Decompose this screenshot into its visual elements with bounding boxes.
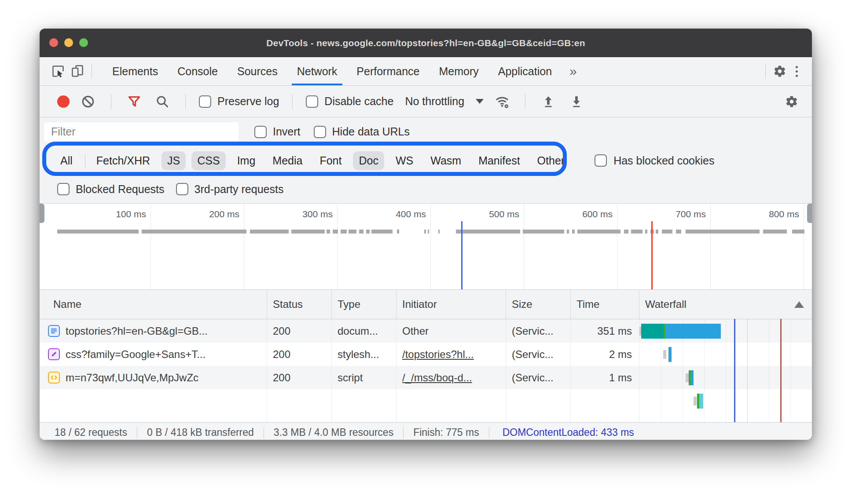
blocked-requests-checkbox[interactable] [57,183,70,195]
more-options-icon[interactable] [789,66,804,77]
column-header-time[interactable]: Time [571,290,639,319]
type-filter-ws[interactable]: WS [390,151,419,170]
has-blocked-cookies-checkbox[interactable] [595,154,607,167]
device-toolbar-icon[interactable] [68,62,87,81]
disable-cache-control: Disable cache [306,95,393,108]
column-header-label: Status [273,298,303,310]
tab-label: Network [297,65,338,78]
request-row[interactable]: css?family=Google+Sans+T...200stylesh...… [40,343,812,366]
third-party-requests-checkbox[interactable] [176,183,188,195]
status-item: 18 / 62 requests [55,427,127,438]
overview-activity-segment [142,230,246,234]
overview-activity-segment [656,230,658,234]
more-tabs-button[interactable]: » [562,64,585,79]
type-filter-font[interactable]: Font [314,151,347,170]
network-settings-gear-icon[interactable] [782,92,801,111]
inspect-element-icon[interactable] [48,62,68,81]
column-header-type[interactable]: Type [332,290,396,319]
network-overview-timeline[interactable]: 100 ms200 ms300 ms400 ms500 ms600 ms700 … [40,204,812,290]
throttling-dropdown[interactable]: No throttling [405,95,484,108]
column-header-size[interactable]: Size [506,290,571,319]
status-bar: 18 / 62 requests0 B / 418 kB transferred… [40,422,812,440]
tab-network[interactable]: Network [287,57,347,85]
tab-performance[interactable]: Performance [347,57,429,85]
request-row[interactable]: topstories?hl=en-GB&gl=GB...200docum...O… [40,319,812,343]
type-filter-css[interactable]: CSS [191,151,225,170]
cell-type-value: docum... [338,325,378,337]
cell-status: 200 [267,319,332,343]
overview-activity-segment [456,230,520,234]
cell-name: css?family=Google+Sans+T... [40,343,267,366]
blocked-requests-label: Blocked Requests [76,183,165,196]
cell-name: topstories?hl=en-GB&gl=GB... [40,319,267,343]
column-header-label: Initiator [402,298,437,310]
tab-sources[interactable]: Sources [228,57,287,85]
column-header-status[interactable]: Status [267,290,332,319]
column-header-label: Waterfall [645,298,686,310]
hide-data-urls-control: Hide data URLs [314,125,410,138]
divider [85,154,85,167]
cell-initiator-value[interactable]: /_/mss/boq-d... [402,372,472,384]
type-filter-fetch-xhr[interactable]: Fetch/XHR [91,151,156,170]
cell-status [267,389,332,413]
cell-status-value: 200 [273,325,290,337]
hide-data-urls-checkbox[interactable] [314,126,326,138]
cell-initiator-value: Other [402,325,429,337]
minimize-window-button[interactable] [64,38,73,47]
filter-input[interactable] [44,122,239,142]
cell-status: 200 [267,366,332,389]
timeline-scroll-handle-left[interactable] [40,204,44,223]
timeline-scroll-handle-right[interactable] [807,204,812,223]
column-header-initiator[interactable]: Initiator [396,290,506,319]
filter-funnel-icon[interactable] [125,92,144,111]
tab-console[interactable]: Console [168,57,228,85]
tab-label: Application [498,65,552,78]
type-filter-doc[interactable]: Doc [353,151,384,170]
active-tab-underline [292,84,343,85]
tab-memory[interactable]: Memory [429,57,488,85]
disable-cache-checkbox[interactable] [306,95,318,108]
request-row[interactable] [40,389,812,413]
table-header: NameStatusTypeInitiatorSizeTimeWaterfall [40,290,812,319]
close-window-button[interactable] [49,38,58,47]
import-har-icon[interactable] [539,92,558,111]
column-header-name[interactable]: Name [40,290,267,319]
export-har-icon[interactable] [567,92,586,111]
resource-type-filters: AllFetch/XHRJSCSSImgMediaFontDocWSWasmMa… [55,151,576,170]
cell-initiator: Other [396,319,506,343]
window-titlebar: DevTools - news.google.com/topstories?hl… [40,29,812,57]
tab-application[interactable]: Application [488,57,562,85]
tab-elements[interactable]: Elements [103,57,168,85]
column-header-waterfall[interactable]: Waterfall [639,290,812,319]
type-filter-wasm[interactable]: Wasm [425,151,467,170]
type-filter-img[interactable]: Img [231,151,261,170]
type-filter-manifest[interactable]: Manifest [473,151,525,170]
timeline-tick-label: 100 ms [71,209,146,219]
invert-checkbox[interactable] [254,126,267,138]
type-filter-all[interactable]: All [55,151,78,170]
divider [185,94,186,109]
filter-row: Invert Hide data URLs [40,117,812,146]
sort-ascending-icon [794,301,804,308]
request-row[interactable]: m=n73qwf,UUJqVe,MpJwZc200script/_/mss/bo… [40,366,812,389]
type-filter-js[interactable]: JS [162,151,186,170]
clear-network-log-icon[interactable] [78,92,98,111]
preserve-log-label: Preserve log [217,95,279,108]
preserve-log-checkbox[interactable] [199,95,211,108]
status-item: 0 B / 418 kB transferred [147,427,254,438]
dcl-event-line [461,221,463,289]
settings-gear-icon[interactable] [770,62,789,81]
cell-size: (Servic... [506,366,571,389]
overview-activity-segment [428,230,429,234]
cell-initiator-value[interactable]: /topstories?hl... [402,348,474,361]
cell-time [571,389,639,413]
record-network-log-button[interactable] [57,95,70,108]
cell-size: (Servic... [506,319,571,343]
type-filter-other[interactable]: Other [532,151,571,170]
zoom-window-button[interactable] [79,38,88,47]
search-icon[interactable] [153,92,172,111]
type-filter-media[interactable]: Media [267,151,308,170]
request-name: css?family=Google+Sans+T... [66,348,206,361]
network-conditions-icon[interactable] [492,92,512,111]
tab-label: Console [177,65,218,78]
